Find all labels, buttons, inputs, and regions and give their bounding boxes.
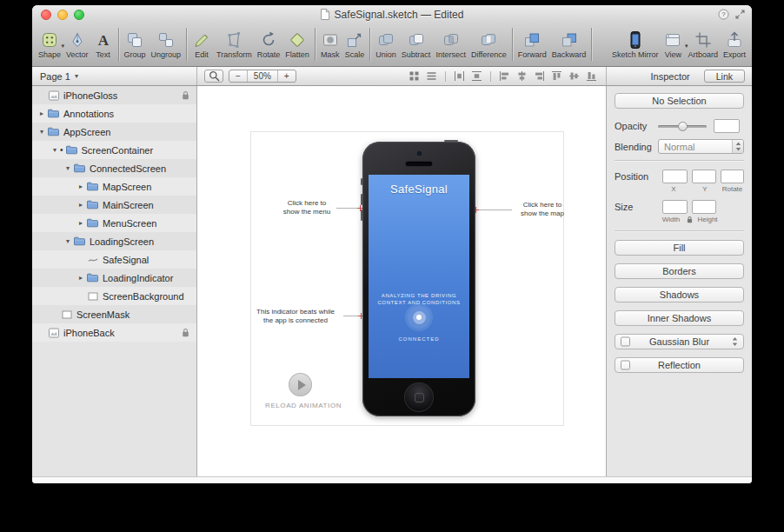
toolbar-button-label: Edit [195,50,209,59]
gaussian-blur-checkbox[interactable] [621,337,630,347]
disclosure-closed-icon[interactable]: ▸ [37,110,46,117]
toolbar-union-button[interactable]: Union [374,28,398,60]
gaussian-blur-section-button[interactable]: Gaussian Blur [615,334,744,349]
disclosure-closed-icon[interactable]: ▸ [76,183,85,190]
disclosure-closed-icon[interactable]: ▸ [76,274,85,282]
toolbar-intersect-button[interactable]: Intersect [434,28,468,60]
opacity-slider-knob[interactable] [678,122,688,131]
layer-row-loadingscreen[interactable]: ▾LoadingScreen [32,232,196,250]
titlebar[interactable]: SafeSignal.sketch — Edited ? [32,5,752,23]
reload-animation-label: RELOAD ANIMATION [265,402,342,409]
toolbar-transform-button[interactable]: Transform [215,28,254,60]
disclosure-open-icon[interactable]: ▾ [50,146,59,154]
toolbar-sketch-mirror-button[interactable]: Sketch Mirror [610,28,661,60]
distribute-horizontally-button[interactable] [452,70,467,83]
zoom-in-button[interactable]: + [277,70,296,82]
opacity-slider[interactable] [658,125,707,128]
toolbar-text-button[interactable]: AText [92,28,115,60]
reload-animation-button[interactable] [289,373,312,396]
distribute-vertically-button[interactable] [469,70,484,83]
layer-row-appscreen[interactable]: ▾AppScreen [32,123,196,141]
annotation-map-connector [479,209,512,210]
opacity-input[interactable] [714,119,740,133]
layer-row-annotations[interactable]: ▸Annotations [32,104,196,123]
align-center-horizontal-button[interactable] [515,70,529,83]
width-input[interactable] [662,200,688,214]
toolbar-export-button[interactable]: Export [721,28,747,60]
toolbar-forward-button[interactable]: Forward [516,28,548,60]
zoom-out-button[interactable]: − [229,70,247,82]
blending-select[interactable]: Normal [658,139,744,154]
volume-up-button [361,194,362,205]
layer-row-connectedscreen[interactable]: ▾ConnectedScreen [32,159,196,177]
align-top-button[interactable] [549,70,564,83]
list-button[interactable] [424,70,439,83]
toolbar-difference-button[interactable]: Difference [469,28,508,60]
position-x-input[interactable] [662,170,688,183]
toolbar-vector-button[interactable]: Vector [64,28,90,60]
toolbar-shape-button[interactable]: ▾Shape [37,28,63,60]
fullscreen-icon[interactable] [735,10,745,19]
disclosure-open-icon[interactable]: ▾ [37,128,46,136]
disclosure-closed-icon[interactable]: ▸ [76,201,85,209]
layer-row-iphoneback[interactable]: iPhoneBack [32,323,196,342]
union-icon [376,29,395,50]
toolbar-edit-button[interactable]: Edit [190,28,213,60]
toolbar-rotate-button[interactable]: Rotate [256,28,282,60]
stepper-icon[interactable] [732,337,738,347]
zoom-tool-button[interactable] [204,70,223,83]
rotate-input[interactable] [721,170,744,183]
layer-row-mapscreen[interactable]: ▸MapScreen [32,177,196,196]
toolbar-scale-button[interactable]: Scale [343,28,367,60]
shadows-section-button[interactable]: Shadows [615,287,744,303]
toolbar-backward-button[interactable]: Backward [550,28,588,60]
iphone-mockup[interactable]: SafeSignal ANALYZING THE DRIVING CONTEXT… [362,142,475,416]
position-y-input[interactable] [692,170,717,183]
align-middle-button[interactable] [567,70,581,83]
layer-row-screencontainer[interactable]: ▾•ScreenContainer [32,141,196,159]
toolbar-artboard-button[interactable]: Artboard [686,28,720,60]
close-button[interactable] [41,10,51,20]
toolbar-button-label: Forward [518,50,547,59]
align-bottom-button[interactable] [584,70,599,83]
layer-row-screenmask[interactable]: ScreenMask [32,305,196,323]
difference-icon [479,29,498,50]
page-selector[interactable]: Page 1 ▾ [32,67,197,85]
layer-label: SafeSignal [103,255,149,265]
disclosure-open-icon[interactable]: ▾ [63,164,72,172]
artboard[interactable]: Click here to show the menu Click here t… [251,132,563,425]
disclosure-closed-icon[interactable]: ▸ [76,219,85,227]
toolbar-mask-button[interactable]: Mask [319,28,342,60]
toolbar-ungroup-button[interactable]: Ungroup [149,28,183,60]
layer-row-loadingindicator[interactable]: ▸LoadingIndicator [32,269,196,287]
toolbar-subtract-button[interactable]: Subtract [400,28,433,60]
disclosure-open-icon[interactable]: ▾ [63,237,72,245]
reflection-checkbox[interactable] [621,361,630,370]
earpiece-speaker [406,162,432,166]
toolbar-flatten-button[interactable]: Flatten [283,28,311,60]
borders-section-button[interactable]: Borders [615,263,744,279]
toolbar-group-button[interactable]: Group [123,28,148,60]
layer-row-screenbackground[interactable]: ScreenBackground [32,287,196,305]
inspector-toggle[interactable]: Inspector [650,71,689,82]
minimize-button[interactable] [57,10,68,20]
grid-button[interactable] [407,70,422,83]
phone-screen[interactable]: SafeSignal ANALYZING THE DRIVING CONTEXT… [369,175,469,378]
layer-row-mainscreen[interactable]: ▸MainScreen [32,196,196,214]
help-icon[interactable]: ? [718,9,729,20]
layer-row-iphonegloss[interactable]: iPhoneGloss [32,86,196,104]
align-right-button[interactable] [532,70,547,83]
align-left-button[interactable] [497,70,512,83]
toolbar-view-button[interactable]: ▾View [661,28,684,60]
layer-row-safesignal[interactable]: SafeSignal [32,250,196,269]
constrain-proportions-lock-icon[interactable] [684,216,694,223]
canvas[interactable]: Click here to show the menu Click here t… [197,86,607,476]
fill-section-button[interactable]: Fill [615,240,744,256]
link-button[interactable]: Link [704,70,745,83]
height-input[interactable] [692,200,717,214]
reflection-section-button[interactable]: Reflection [615,357,744,373]
y-axis-label: Y [689,185,721,193]
zoom-window-button[interactable] [74,10,84,20]
inner-shadows-section-button[interactable]: Inner Shadows [615,310,744,326]
layer-row-menuscreen[interactable]: ▸MenuScreen [32,214,196,232]
